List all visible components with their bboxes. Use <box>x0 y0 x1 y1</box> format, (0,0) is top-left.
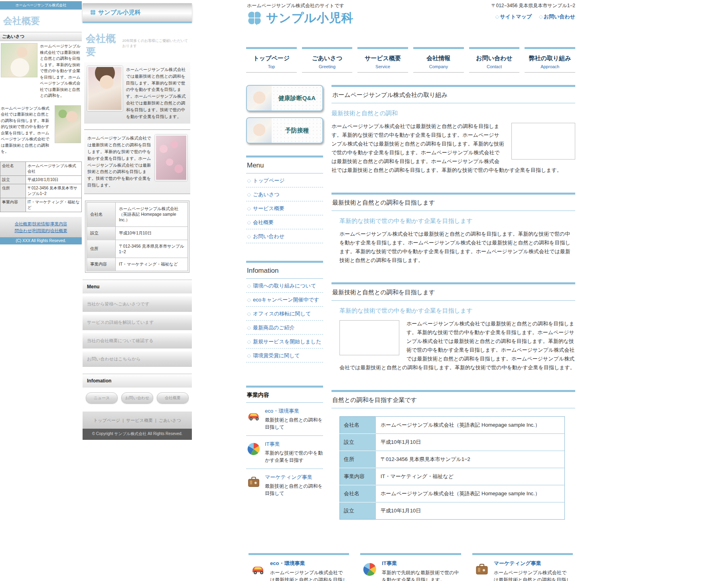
nav-top[interactable]: トップページTop <box>246 47 297 73</box>
desktop-body: 健康診断Q&A 予防接種 Menu ◇トップページ ◇ごあいさつ ◇サービス概要… <box>246 85 575 520</box>
sidebar-menu-title: Menu <box>246 158 323 173</box>
sitemap-link[interactable]: ◇サイトマップ <box>495 14 532 20</box>
news-button[interactable]: ニュース <box>86 392 118 404</box>
contact-link[interactable]: ◇お問い合わせ <box>539 14 575 20</box>
row-value: 〒012-3456 見本県見本市サンプル1−2 <box>116 240 188 258</box>
beach-ball-icon <box>362 561 378 577</box>
suitcase-icon <box>246 475 261 490</box>
business-desc: 革新的な技術で世の中を動かす企業を目指す <box>265 449 323 464</box>
row-value: ホームページサンプル株式会社 <box>26 161 82 175</box>
section-body: ホームページサンプル株式会社では最新技術と自然との調和を目指します。革新的な技術… <box>339 319 575 372</box>
section-harmony-2: 最新技術と自然との調和を目指します 革新的な技術で世の中を動かす企業を目指します… <box>331 282 575 372</box>
company-button[interactable]: 会社概要 <box>157 392 189 404</box>
nav-contact[interactable]: お問い合わせContact <box>469 47 520 73</box>
tablet-copyright-bar: © Copyright サンプル株式会社 All Rights Reseved. <box>83 429 192 440</box>
company-profile-table: 会社名ホームページサンプル株式会社（英語表記 Homepage sample I… <box>339 416 565 520</box>
nav-service[interactable]: サービス概要Service <box>357 47 408 73</box>
sidebar-item-greeting[interactable]: ◇ごあいさつ <box>246 187 323 201</box>
row-value: IT・マーケティング・福祉など <box>26 198 82 212</box>
nav-greeting[interactable]: ごあいさつGreeting <box>302 47 353 73</box>
tablet-paragraph-2: ホームページサンプル株式会社では最新技術と自然との調和を目指します。革新的な技術… <box>87 135 152 188</box>
card-desc: ホームページサンプル株式会社では最新技術と自然との調和を目指します。 <box>270 569 347 581</box>
tablet-logo[interactable]: サンプル小児科 <box>90 9 140 16</box>
tablet-block-1: ホームページサンプル株式会社では最新技術と自然との調和を目指します。革新的な技術… <box>84 62 190 124</box>
table-row: 住所 〒012-3456 見本県見本市サンプル1−2 <box>87 240 188 258</box>
business-link-eco[interactable]: eco・環境事業 <box>265 408 323 415</box>
sidebar-item-top[interactable]: ◇トップページ <box>246 173 323 187</box>
business-link-marketing[interactable]: マーケティング事業 <box>265 474 323 481</box>
quick-links: ◇サイトマップ ◇お問い合わせ <box>489 13 575 20</box>
tablet-footer-link-top[interactable]: トップページ <box>93 418 120 423</box>
section-body: ホームページサンプル株式会社では最新技術と自然との調和を目指します。革新的な技術… <box>339 230 575 265</box>
toy-car-icon <box>250 561 266 577</box>
photo-cherry-blossom <box>155 135 187 181</box>
info-link-award[interactable]: ◇環境賞受賞に関して <box>246 349 323 362</box>
site-logo[interactable]: サンプル小児科 <box>246 10 354 26</box>
row-label: 住所 <box>0 184 26 198</box>
nav-approach[interactable]: 弊社の取り組みApproach <box>525 47 575 73</box>
tablet-preview: サンプル小児科 会社概要 20年間多くのお客様にご愛顧いただいております ホーム… <box>83 3 192 440</box>
diamond-icon: ◇ <box>247 219 251 225</box>
health-check-banner[interactable]: 健康診断Q&A <box>246 85 323 111</box>
row-label: 事業内容 <box>87 258 116 271</box>
row-label: 事業内容 <box>340 468 376 485</box>
row-label: 設立 <box>340 433 376 451</box>
row-label: 住所 <box>87 240 116 258</box>
info-link-office-move[interactable]: ◇オフィスの移転に関して <box>246 307 323 321</box>
table-row: 事業内容 IT・マーケティング・福祉など <box>0 198 82 212</box>
mobile-footer-links-line1[interactable]: 会社概要|技術情報|事業内容 <box>15 221 67 226</box>
site-logo-text: サンプル小児科 <box>266 10 354 26</box>
tablet-menu-item-company[interactable]: 当社の会社概要について確認する <box>83 333 192 349</box>
card-link-eco[interactable]: eco・環境事業 <box>270 560 347 567</box>
mobile-company-table: 会社名 ホームページサンプル株式会社 設立 平成10年1月10日 住所 〒012… <box>0 161 82 212</box>
sidebar-business-section: 事業内容 eco・環境事業最新技術と自然との調和を目指して IT事業革新的な技術… <box>246 386 323 502</box>
sidebar-business-title: 事業内容 <box>246 388 323 403</box>
photo-nurse-reading <box>511 123 575 160</box>
mobile-preview: ホームページサンプル株式会社 会社概要 ごあいさつ ホームページサンプル株式会社… <box>0 1 82 244</box>
info-link-new-service[interactable]: ◇新規サービスを開始しました <box>246 335 323 349</box>
vaccination-banner[interactable]: 予防接種 <box>246 117 323 144</box>
tablet-menu-item-service[interactable]: サービスの詳細を解説しています <box>83 315 192 330</box>
table-row: 設立平成10年1月10日 <box>340 502 565 519</box>
card-link-marketing[interactable]: マーケティング事業 <box>494 560 571 567</box>
row-value: IT・マーケティング・福祉など <box>376 468 565 485</box>
tablet-menu-item-greeting[interactable]: 当社から皆様へごあいさつです <box>83 296 192 312</box>
row-value: IT・マーケティング・福祉など <box>116 258 188 271</box>
table-row: 事業内容IT・マーケティング・福祉など <box>340 468 565 485</box>
section-subtitle: 最新技術と自然との調和 <box>331 110 575 117</box>
tablet-footer-link-greeting[interactable]: ごあいさつ <box>159 418 181 423</box>
nav-company[interactable]: 会社情報Company <box>413 47 464 73</box>
sidebar-item-service[interactable]: ◇サービス概要 <box>246 201 323 215</box>
section-company-profile: 自然との調和を目指す企業です 会社名ホームページサンプル株式会社（英語表記 Ho… <box>331 390 575 520</box>
sidebar-information-title: Infomation <box>246 263 323 279</box>
sidebar-menu-section: Menu ◇トップページ ◇ごあいさつ ◇サービス概要 ◇会社概要 ◇お問い合わ… <box>246 156 323 243</box>
info-link-environment[interactable]: ◇環境への取り組みについて <box>246 279 323 293</box>
section-harmony-1: 最新技術と自然との調和を目指します 革新的な技術で世の中を動かす企業を目指します… <box>331 193 575 265</box>
main-navigation: トップページTop ごあいさつGreeting サービス概要Service 会社… <box>246 47 575 73</box>
sidebar-item-contact[interactable]: ◇お問い合わせ <box>246 229 323 243</box>
table-row: 住所 〒012-3456 見本県見本市サンプル1−2 <box>0 184 82 198</box>
table-row: 会社名ホームページサンプル株式会社（英語表記 Homepage sample I… <box>340 485 565 502</box>
accent-strip <box>83 22 192 23</box>
desktop-header: ホームページサンプル株式会社のサイトです 〒012−3456 見本県見本市サンプ… <box>246 0 575 47</box>
tablet-menu-item-contact[interactable]: お問い合わせはこちらから <box>83 351 192 367</box>
info-link-eco-campaign[interactable]: ◇ecoキャンペーン開催中です <box>246 293 323 307</box>
card-link-it[interactable]: IT事業 <box>382 560 459 567</box>
diamond-icon: ◇ <box>247 191 251 197</box>
mobile-footer-links-line2[interactable]: 問合わせ|利用規約|会社概要 <box>15 228 67 233</box>
table-row: 設立 平成10年1月10日 <box>0 175 82 184</box>
table-row: 事業内容 IT・マーケティング・福祉など <box>87 258 188 271</box>
sidebar-item-company[interactable]: ◇会社概要 <box>246 215 323 229</box>
business-desc: 最新技術と自然との調和を目指して <box>265 416 323 431</box>
photo-woman-leaf <box>55 105 81 143</box>
card-desc: 革新的で先鋭的な最新技術で世の中を動かす企業を目指します。 <box>382 569 459 581</box>
business-link-it[interactable]: IT事業 <box>265 441 323 448</box>
row-label: 設立 <box>0 175 26 184</box>
contact-button[interactable]: お問い合わせ <box>121 392 153 404</box>
business-item-eco: eco・環境事業最新技術と自然との調和を目指して <box>246 403 323 435</box>
tablet-buttons-row: ニュース お問い合わせ 会社概要 <box>86 392 189 404</box>
diamond-icon: ◇ <box>247 339 251 345</box>
mobile-footer: 会社概要|技術情報|事業内容 問合わせ|利用規約|会社概要 <box>0 217 82 237</box>
tablet-footer-link-service[interactable]: サービス概要 <box>126 418 153 423</box>
info-link-new-products[interactable]: ◇最新商品のご紹介 <box>246 321 323 335</box>
